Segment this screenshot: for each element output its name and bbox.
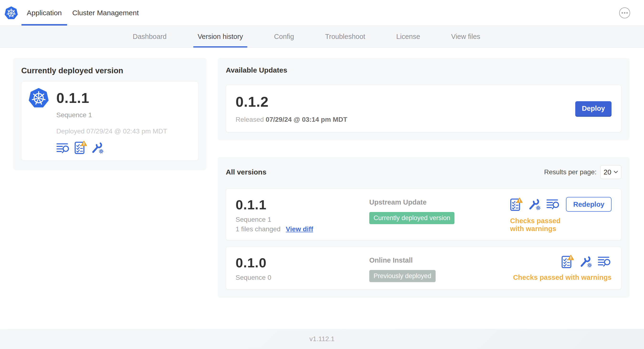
tab-cluster-management-label: Cluster Management [72,9,139,17]
view-logs-icon[interactable] [546,198,560,210]
preflight-checks-icon[interactable] [510,198,522,211]
preflight-status-text: Checks passed with warnings [510,217,564,233]
view-diff-link[interactable]: View diff [286,225,313,233]
results-per-page-select[interactable]: 20 [600,165,621,179]
files-changed-label: 1 files changed [236,225,280,233]
subnav-dashboard[interactable]: Dashboard [133,26,166,48]
top-tabs: Application Cluster Management [22,0,144,26]
subnav-config[interactable]: Config [274,26,294,48]
currently-deployed-card: Currently deployed version [13,58,206,170]
update-released-line: Released 07/29/24 @ 03:14 pm MDT [236,116,347,124]
all-versions-title: All versions [226,168,266,176]
update-version-number: 0.1.2 [236,94,347,110]
app-footer: v1.112.1 [0,329,644,349]
preflight-checks-icon[interactable] [562,255,574,268]
released-date: 07/29/24 @ 03:14 pm MDT [266,116,347,123]
row-sequence: Sequence 1 [236,216,369,224]
status-badge: Previously deployed [369,270,436,282]
deployed-version-panel: 0.1.1 Sequence 1 Deployed 07/29/24 @ 02:… [21,82,198,161]
subnav-troubleshoot[interactable]: Troubleshoot [325,26,365,48]
results-per-page-label: Results per page: [544,168,596,176]
row-version-number: 0.1.1 [236,197,369,212]
version-row: 0.1.1 Sequence 1 1 files changed View di… [226,188,621,240]
subnav-view-files-label: View files [451,33,480,40]
kubernetes-app-icon [28,88,49,108]
app-header: Application Cluster Management [0,0,644,26]
subnav-view-files[interactable]: View files [451,26,480,48]
tab-application-label: Application [27,9,62,17]
subnav-license-label: License [396,33,420,40]
row-sequence: Sequence 0 [236,274,369,282]
kubernetes-logo [4,0,18,26]
redeploy-button[interactable]: Redeploy [566,197,612,212]
currently-deployed-title: Currently deployed version [21,66,198,75]
available-updates-card: Available Updates 0.1.2 Released 07/29/2… [218,58,630,140]
row-version-number: 0.1.0 [236,255,369,270]
status-badge: Currently deployed version [369,212,454,224]
edit-config-icon[interactable] [580,255,592,268]
deployed-sequence: Sequence 1 [56,111,192,119]
subnav-version-history[interactable]: Version history [198,26,243,48]
version-source-label: Upstream Update [369,198,510,206]
version-source-label: Online Install [369,256,510,264]
preflight-status-text: Checks passed with warnings [513,274,612,282]
chevron-down-icon [614,171,618,174]
subnav-version-history-label: Version history [198,33,243,40]
version-row: 0.1.0 Sequence 0 Online Install Previous… [226,246,621,290]
tab-cluster-management[interactable]: Cluster Management [67,0,144,26]
available-updates-title: Available Updates [226,66,621,74]
main-content: Currently deployed version [0,48,644,329]
subnav-license[interactable]: License [396,26,420,48]
view-logs-icon[interactable] [598,256,612,268]
deployed-version-number: 0.1.1 [56,90,89,106]
released-label: Released [236,116,264,123]
subnav-troubleshoot-label: Troubleshoot [325,33,365,40]
preflight-checks-icon[interactable] [74,141,87,154]
deployed-timestamp: Deployed 07/29/24 @ 02:43 pm MDT [56,128,192,135]
console-version: v1.112.1 [309,335,334,343]
all-versions-card: All versions Results per page: 20 0.1.1 [218,157,630,298]
tab-application[interactable]: Application [22,0,67,26]
header-spacer [144,0,619,26]
view-logs-icon[interactable] [56,142,70,154]
edit-config-icon[interactable] [91,141,104,154]
update-row: 0.1.2 Released 07/29/24 @ 03:14 pm MDT D… [226,85,621,132]
subnav-dashboard-label: Dashboard [133,33,166,40]
more-options-icon[interactable] [619,8,630,18]
results-per-page-value: 20 [604,168,611,176]
edit-config-icon[interactable] [528,198,541,211]
app-subnav: Dashboard Version history Config Trouble… [0,26,644,48]
subnav-config-label: Config [274,33,294,40]
deploy-button[interactable]: Deploy [575,101,612,116]
